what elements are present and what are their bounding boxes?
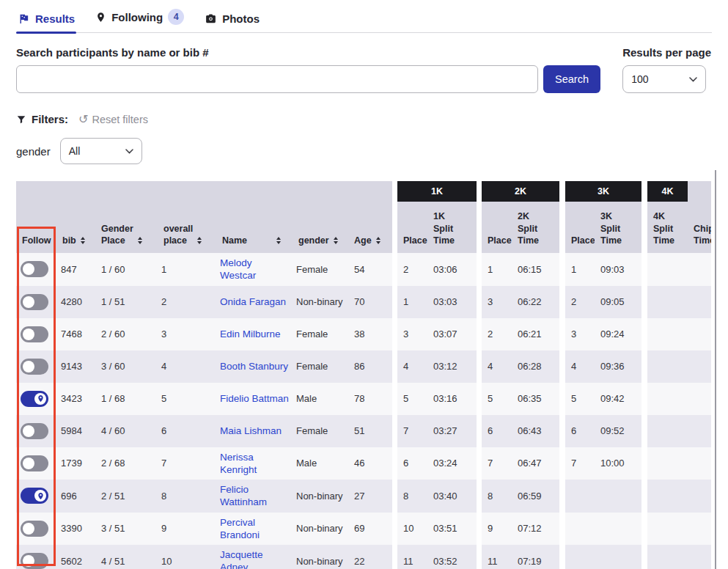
search-section: Search participants by name or bib # Sea… — [16, 46, 711, 93]
follow-toggle[interactable] — [21, 294, 48, 310]
column-label: 2K Split Time — [518, 210, 539, 246]
cell-s3: 09:05 — [595, 286, 641, 318]
cell-name: Edin Milburne — [216, 318, 293, 350]
cell-name: Felicio Wattinham — [216, 480, 293, 513]
vertical-scrollbar[interactable] — [715, 170, 716, 569]
participant-name-link[interactable]: Onida Faragan — [220, 295, 286, 308]
follow-toggle[interactable] — [21, 521, 48, 537]
cell-gender: Non-binary — [293, 545, 348, 569]
group-header-4k: 4K — [647, 181, 688, 202]
column-label: Place — [488, 235, 512, 246]
column-header-name[interactable]: Name — [216, 181, 293, 253]
tab-following[interactable]: Following 4 — [94, 7, 185, 32]
reset-filters-button[interactable]: ↺ Reset filters — [78, 114, 148, 125]
cell-age: 46 — [348, 447, 392, 480]
cell-p1: 4 — [397, 350, 427, 383]
cell-p3: 3 — [565, 318, 595, 350]
participant-name-link[interactable]: Jacquette Adney — [220, 548, 290, 569]
cell-bib: 5984 — [56, 415, 95, 447]
participant-name-link[interactable]: Booth Stanbury — [220, 360, 288, 372]
cell-s2: 06:15 — [512, 253, 559, 286]
cell-p2: 3 — [482, 286, 512, 318]
follow-cell — [16, 350, 56, 383]
participant-name-link[interactable]: Felicio Wattinham — [220, 483, 290, 509]
cell-s4 — [647, 286, 688, 318]
participant-name-link[interactable]: Edin Milburne — [220, 328, 281, 340]
cell-s3: 09:36 — [595, 350, 641, 383]
table-row: 6962 / 518Felicio WattinhamNon-binary278… — [16, 480, 711, 513]
cell-gender_place: 4 / 51 — [95, 545, 158, 569]
participant-name-link[interactable]: Fidelio Battman — [220, 392, 289, 405]
tab-photos-label: Photos — [222, 12, 260, 25]
filters-label: Filters: — [32, 113, 68, 125]
sort-icon — [334, 237, 338, 244]
cell-s3: 09:42 — [595, 383, 641, 415]
follow-toggle[interactable] — [21, 553, 48, 569]
cell-bib: 3423 — [56, 383, 95, 415]
follow-cell — [16, 513, 56, 546]
cell-s1: 03:24 — [427, 447, 477, 480]
per-page-value: 100 — [631, 73, 648, 85]
column-header-gender_place[interactable]: Gender Place — [95, 181, 158, 253]
table-row: 59844 / 606Maia LishmanFemale51703:27606… — [16, 415, 711, 447]
participant-name-link[interactable]: Nerissa Kenright — [220, 451, 290, 477]
cell-chip — [688, 480, 711, 513]
cell-s2: 06:35 — [512, 383, 559, 415]
undo-icon: ↺ — [78, 114, 88, 125]
column-header-bib[interactable]: bib — [56, 181, 95, 253]
location-pin-icon — [95, 11, 106, 23]
cell-age: 70 — [348, 286, 392, 318]
toggle-knob — [23, 361, 34, 372]
column-header-age[interactable]: Age — [348, 181, 392, 253]
cell-name: Melody Westcar — [216, 253, 293, 286]
per-page-select[interactable]: 100 — [622, 65, 706, 93]
table-row: 42801 / 512Onida FaraganNon-binary70103:… — [16, 286, 711, 318]
cell-chip — [688, 350, 711, 383]
participant-name-link[interactable]: Percival Brandoni — [220, 516, 290, 542]
column-header-chip[interactable]: Chip Time — [688, 181, 711, 253]
follow-toggle[interactable] — [21, 488, 48, 504]
follow-toggle[interactable] — [21, 261, 48, 277]
follow-toggle[interactable] — [21, 326, 48, 342]
cell-chip — [688, 253, 711, 286]
tab-results[interactable]: Results — [16, 11, 76, 32]
table-row: 8471 / 601Melody WestcarFemale54203:0610… — [16, 253, 711, 286]
cell-bib: 3390 — [56, 513, 95, 546]
table-row: 56024 / 5110Jacquette AdneyNon-binary221… — [16, 545, 711, 569]
gender-filter-value: All — [69, 145, 81, 157]
follow-cell — [16, 480, 56, 513]
column-header-overall_place[interactable]: overall place — [158, 181, 216, 253]
participant-name-link[interactable]: Melody Westcar — [220, 257, 290, 282]
column-label: Follow — [22, 235, 51, 246]
cell-gender: Non-binary — [293, 480, 348, 513]
cell-gender_place: 4 / 60 — [95, 415, 158, 447]
search-button[interactable]: Search — [543, 65, 600, 93]
cell-overall_place: 8 — [158, 480, 216, 513]
follow-cell — [16, 545, 56, 569]
cell-s3 — [595, 513, 641, 546]
column-label: 1K Split Time — [433, 210, 455, 246]
follow-toggle[interactable] — [21, 455, 48, 471]
follow-toggle[interactable] — [21, 423, 48, 439]
cell-name: Booth Stanbury — [216, 350, 293, 383]
cell-s4 — [647, 545, 688, 569]
cell-bib: 5602 — [56, 545, 95, 569]
cell-p2: 11 — [482, 545, 512, 569]
toggle-knob — [23, 425, 34, 437]
column-header-s2: 2K Split Time — [512, 202, 559, 253]
follow-toggle[interactable] — [21, 359, 48, 375]
cell-chip — [688, 513, 711, 546]
follow-toggle[interactable] — [21, 391, 48, 407]
cell-name: Jacquette Adney — [216, 545, 293, 569]
cell-p3: 6 — [565, 415, 595, 447]
tab-photos[interactable]: Photos — [203, 11, 261, 32]
cell-overall_place: 4 — [158, 350, 216, 383]
location-pin-icon — [34, 490, 46, 502]
cell-gender: Non-binary — [293, 513, 348, 546]
gender-select[interactable]: All — [60, 138, 142, 164]
column-header-gender[interactable]: gender — [293, 181, 348, 253]
cell-s2: 06:21 — [512, 318, 559, 350]
participant-name-link[interactable]: Maia Lishman — [220, 425, 282, 437]
search-input[interactable] — [16, 65, 538, 93]
cell-s1: 03:40 — [427, 480, 477, 513]
